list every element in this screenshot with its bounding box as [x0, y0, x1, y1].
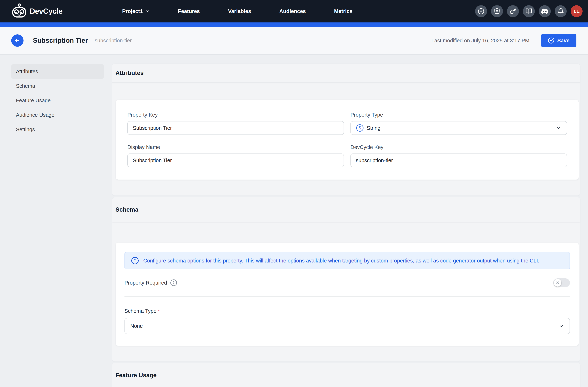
save-button[interactable]: Save — [541, 34, 576, 47]
attributes-card: Property Key Property Type S String Disp… — [116, 100, 579, 180]
feature-usage-section-header: Feature Usage — [112, 363, 580, 387]
feature-usage-section-title: Feature Usage — [115, 372, 156, 379]
nav-item-metrics[interactable]: Metrics — [334, 8, 353, 14]
user-avatar[interactable]: LE — [571, 5, 583, 17]
schema-type-select[interactable]: None — [125, 318, 570, 334]
property-required-label: Property Required — [125, 280, 167, 286]
nav-links: Project1 Features Variables Audiences Me… — [122, 8, 353, 14]
sidebar-item-audience-usage[interactable]: Audience Usage — [11, 108, 104, 122]
page-header: Subscription Tier subscription-tier Last… — [0, 27, 588, 55]
page-body: Attributes Schema Feature Usage Audience… — [0, 55, 588, 387]
schema-section-header: Schema — [112, 197, 580, 222]
chevron-down-icon — [558, 323, 564, 329]
docs-book-button[interactable] — [523, 5, 535, 17]
devcycle-key-field: DevCycle Key — [350, 144, 567, 168]
sidebar-item-attributes[interactable]: Attributes — [11, 64, 104, 79]
schema-type-label: Schema Type* — [125, 308, 570, 314]
property-required-toggle[interactable] — [553, 279, 570, 287]
top-nav: DevCycle Project1 Features Variables Aud… — [0, 0, 588, 22]
nav-item-project[interactable]: Project1 — [122, 8, 150, 14]
page-title: Subscription Tier — [33, 37, 88, 44]
string-type-icon: S — [356, 124, 363, 131]
property-type-label: Property Type — [350, 112, 567, 118]
check-circle-icon — [548, 37, 554, 44]
sidebar-item-feature-usage[interactable]: Feature Usage — [11, 93, 104, 108]
schema-info-callout: Configure schema options for this proper… — [125, 252, 570, 269]
required-asterisk: * — [158, 308, 160, 314]
discord-button[interactable] — [539, 5, 551, 17]
chevron-down-icon — [556, 125, 561, 131]
chevron-down-icon — [145, 9, 150, 14]
schema-section-title: Schema — [115, 206, 138, 213]
info-icon — [131, 257, 139, 265]
display-name-input[interactable] — [127, 153, 344, 167]
nav-actions: LE — [475, 5, 583, 17]
property-type-select[interactable]: S String — [350, 121, 567, 135]
toggle-knob — [554, 279, 561, 286]
accent-bar — [0, 22, 588, 27]
add-circle-button[interactable] — [475, 5, 487, 17]
property-key-label: Property Key — [127, 112, 344, 118]
sidebar-item-settings[interactable]: Settings — [11, 122, 104, 137]
devcycle-key-input[interactable] — [350, 153, 567, 167]
property-type-field: Property Type S String — [350, 112, 567, 135]
property-key-field: Property Key — [127, 112, 344, 135]
schema-callout-text: Configure schema options for this proper… — [143, 258, 539, 264]
attributes-section-title: Attributes — [115, 69, 144, 76]
display-name-label: Display Name — [127, 144, 344, 150]
display-name-field: Display Name — [127, 144, 344, 168]
info-icon[interactable] — [170, 279, 177, 286]
section-sidebar: Attributes Schema Feature Usage Audience… — [11, 64, 104, 137]
devcycle-logo[interactable]: DevCycle — [11, 3, 63, 19]
property-required-row: Property Required — [125, 278, 570, 287]
property-key-input[interactable] — [127, 121, 344, 135]
last-modified-text: Last modified on July 16, 2025 at 3:17 P… — [432, 38, 529, 44]
back-button[interactable] — [11, 34, 23, 47]
nav-item-audiences[interactable]: Audiences — [279, 8, 306, 14]
attributes-section: Attributes Property Key Property Type S … — [112, 64, 580, 195]
devcycle-robot-icon — [11, 3, 27, 19]
logo-text: DevCycle — [30, 7, 63, 16]
devcycle-key-label: DevCycle Key — [350, 144, 567, 150]
api-key-button[interactable] — [507, 5, 519, 17]
nav-item-variables[interactable]: Variables — [228, 8, 251, 14]
main-content: Attributes Property Key Property Type S … — [112, 55, 580, 387]
page-key: subscription-tier — [95, 38, 132, 44]
section-divider — [125, 297, 570, 297]
schema-card: Configure schema options for this proper… — [116, 242, 579, 346]
sidebar-item-schema[interactable]: Schema — [11, 79, 104, 93]
schema-section: Schema Configure schema options for this… — [112, 197, 580, 362]
nav-item-features[interactable]: Features — [178, 8, 200, 14]
notifications-bell-button[interactable] — [555, 5, 567, 17]
feature-usage-section: Feature Usage — [112, 363, 580, 387]
attributes-section-header: Attributes — [112, 64, 580, 83]
settings-gear-button[interactable] — [491, 5, 503, 17]
